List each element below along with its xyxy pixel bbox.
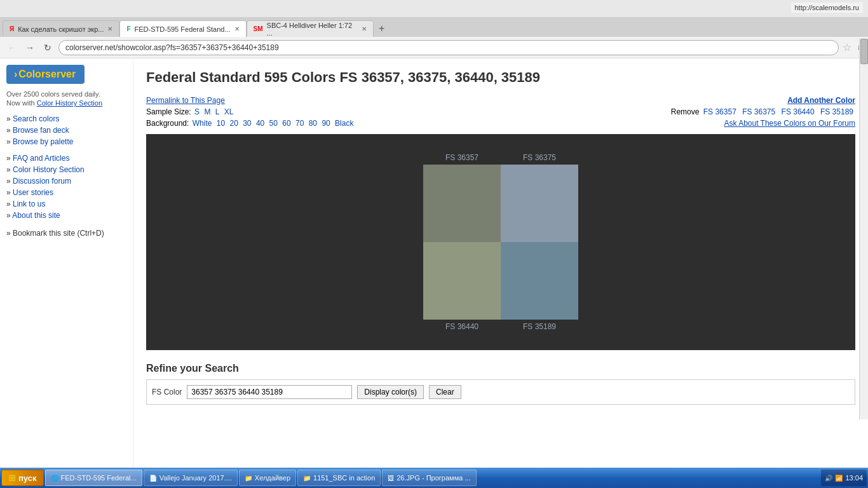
clear-button[interactable]: Clear bbox=[429, 385, 461, 399]
refine-section: Refine your Search FS Color Display colo… bbox=[146, 363, 855, 405]
sidebar-info-section: FAQ and Articles Color History Section D… bbox=[6, 154, 126, 220]
page-title: Federal Standard 595 Colors FS 36357, 36… bbox=[146, 69, 855, 87]
tab-close-sbc[interactable]: ✕ bbox=[362, 25, 367, 32]
sidebar-bookmark[interactable]: Bookmark this site (Ctrl+D) bbox=[6, 229, 126, 238]
tab-favicon-sbc: SM bbox=[254, 25, 263, 32]
sidebar-item-faq[interactable]: FAQ and Articles bbox=[6, 154, 126, 163]
color-display-area: FS 36357 FS 36375 FS 36440 FS 35189 bbox=[146, 134, 855, 350]
sidebar-item-link-to-us[interactable]: Link to us bbox=[6, 200, 126, 208]
address-bar[interactable] bbox=[58, 40, 839, 55]
bg-40[interactable]: 40 bbox=[256, 119, 264, 128]
sidebar-item-browse-fan-deck[interactable]: Browse fan deck bbox=[6, 126, 126, 135]
sidebar-item-user-stories[interactable]: User stories bbox=[6, 188, 126, 197]
bookmark-star-icon[interactable]: ☆ bbox=[843, 41, 851, 53]
sidebar-history-link[interactable]: Color History Section bbox=[37, 99, 102, 107]
tray-volume-icon: 📶 bbox=[835, 475, 843, 482]
size-l[interactable]: L bbox=[215, 107, 220, 116]
sidebar-item-browse-palette[interactable]: Browse by palette bbox=[6, 137, 126, 146]
tab-label-fed: FED-STD-595 Federal Stand... bbox=[135, 25, 231, 33]
tab-bar: Я Как сделать скришот экр... ✕ F FED-STD… bbox=[0, 18, 868, 37]
meta-row-3: Background: White 10 20 30 40 50 60 70 8… bbox=[146, 119, 855, 128]
size-s[interactable]: S bbox=[194, 107, 200, 116]
color-bottom-labels: FS 36440 FS 35189 bbox=[423, 322, 578, 331]
background-section: Background: White 10 20 30 40 50 60 70 8… bbox=[146, 119, 355, 128]
color-top-labels: FS 36357 FS 36375 bbox=[423, 153, 578, 162]
permalink-link[interactable]: Permalink to This Page bbox=[146, 96, 225, 105]
display-colors-button[interactable]: Display color(s) bbox=[357, 385, 424, 399]
permalink-section: Permalink to This Page bbox=[146, 96, 225, 105]
forward-button[interactable]: → bbox=[23, 41, 37, 55]
add-another-section: Add Another Color bbox=[787, 96, 855, 105]
fs-color-input[interactable] bbox=[187, 385, 352, 399]
color-label-35189[interactable]: FS 35189 bbox=[501, 322, 578, 331]
remove-36375[interactable]: FS 36375 bbox=[742, 107, 775, 116]
meta-row-1: Permalink to This Page Add Another Color bbox=[146, 96, 855, 105]
taskbar-label-26jpg: 26.JPG - Программа ... bbox=[397, 474, 470, 482]
color-label-36440[interactable]: FS 36440 bbox=[423, 322, 501, 331]
swatch-36375[interactable] bbox=[501, 165, 578, 242]
ask-forum-link[interactable]: Ask About These Colors on Our Forum bbox=[724, 119, 855, 128]
taskbar-icon-heldiver: 📁 bbox=[245, 475, 252, 482]
sidebar-tagline: Over 2500 colors served daily. bbox=[6, 90, 126, 98]
sample-size-section: Sample Size: S M L XL bbox=[146, 107, 234, 116]
bg-black[interactable]: Black bbox=[335, 119, 353, 128]
page-container: ›Colorserver Over 2500 colors served dai… bbox=[0, 58, 868, 488]
sidebar-item-about[interactable]: About this site bbox=[6, 211, 126, 220]
tab-sbc[interactable]: SM SBC-4 Helldiver Heller 1:72 ... ✕ bbox=[247, 20, 374, 37]
remove-36357[interactable]: FS 36357 bbox=[703, 107, 736, 116]
color-swatches-grid bbox=[423, 165, 578, 320]
remove-36440[interactable]: FS 36440 bbox=[782, 107, 815, 116]
tab-close-yandex[interactable]: ✕ bbox=[107, 25, 112, 32]
color-grid-wrapper: FS 36357 FS 36375 FS 36440 FS 35189 bbox=[423, 153, 578, 331]
tab-fed[interactable]: F FED-STD-595 Federal Stand... ✕ bbox=[119, 20, 246, 37]
taskbar-btn-26jpg[interactable]: 🖼 26.JPG - Программа ... bbox=[382, 470, 476, 486]
bg-10[interactable]: 10 bbox=[217, 119, 225, 128]
bg-white[interactable]: White bbox=[193, 119, 212, 128]
swatch-36357[interactable] bbox=[423, 165, 501, 242]
meta-row-2: Sample Size: S M L XL Remove FS 36357 FS… bbox=[146, 107, 855, 116]
taskbar-label-heldiver: Хелдайвер bbox=[255, 474, 290, 482]
color-label-36357[interactable]: FS 36357 bbox=[423, 153, 501, 162]
taskbar-icon-26jpg: 🖼 bbox=[388, 475, 394, 482]
logo-prefix: › bbox=[14, 69, 17, 79]
taskbar-btn-vallejo[interactable]: 📄 Vallejo January 2017.... bbox=[144, 470, 238, 486]
scrollbar-thumb[interactable] bbox=[860, 39, 868, 64]
bg-70[interactable]: 70 bbox=[295, 119, 304, 128]
taskbar-btn-1151[interactable]: 📁 1151_SBC in action bbox=[297, 470, 381, 486]
taskbar-btn-fed[interactable]: 🌐 FED-STD-595 Federal... bbox=[45, 470, 142, 486]
color-label-36375[interactable]: FS 36375 bbox=[501, 153, 578, 162]
size-xl[interactable]: XL bbox=[224, 107, 234, 116]
add-another-link[interactable]: Add Another Color bbox=[787, 96, 855, 105]
bg-90[interactable]: 90 bbox=[322, 119, 330, 128]
back-button[interactable]: ← bbox=[5, 41, 19, 55]
remove-section: Remove FS 36357 FS 36375 FS 36440 FS 351… bbox=[671, 107, 855, 116]
size-m[interactable]: M bbox=[204, 107, 210, 116]
tab-close-fed[interactable]: ✕ bbox=[234, 25, 240, 32]
bg-60[interactable]: 60 bbox=[282, 119, 290, 128]
new-tab-button[interactable]: + bbox=[374, 20, 390, 37]
logo-text: Colorserver bbox=[18, 69, 76, 79]
swatch-35189[interactable] bbox=[501, 242, 578, 320]
tab-yandex[interactable]: Я Как сделать скришот экр... ✕ bbox=[3, 20, 119, 37]
scrollbar[interactable] bbox=[859, 38, 868, 419]
swatch-36440[interactable] bbox=[423, 242, 501, 320]
refine-title: Refine your Search bbox=[146, 363, 855, 374]
tab-favicon-yandex: Я bbox=[10, 25, 14, 32]
start-button[interactable]: ⊞ пуск bbox=[1, 470, 44, 486]
sidebar-nav-section: Search colors Browse fan deck Browse by … bbox=[6, 114, 126, 146]
remove-label: Remove bbox=[671, 107, 700, 116]
sidebar-item-search-colors[interactable]: Search colors bbox=[6, 114, 126, 123]
bg-50[interactable]: 50 bbox=[269, 119, 278, 128]
sidebar-logo[interactable]: ›Colorserver bbox=[6, 65, 85, 84]
bg-80[interactable]: 80 bbox=[309, 119, 317, 128]
bg-20[interactable]: 20 bbox=[229, 119, 238, 128]
tab-label-sbc: SBC-4 Helldiver Heller 1:72 ... bbox=[267, 22, 358, 37]
reload-button[interactable]: ↻ bbox=[41, 41, 55, 55]
sidebar-item-color-history[interactable]: Color History Section bbox=[6, 165, 126, 174]
remove-35189[interactable]: FS 35189 bbox=[820, 107, 853, 116]
taskbar-btn-heldiver[interactable]: 📁 Хелдайвер bbox=[239, 470, 296, 486]
sidebar-item-discussion[interactable]: Discussion forum bbox=[6, 177, 126, 186]
taskbar-label-1151: 1151_SBC in action bbox=[313, 474, 375, 482]
taskbar-icon-vallejo: 📄 bbox=[149, 475, 157, 482]
bg-30[interactable]: 30 bbox=[243, 119, 251, 128]
